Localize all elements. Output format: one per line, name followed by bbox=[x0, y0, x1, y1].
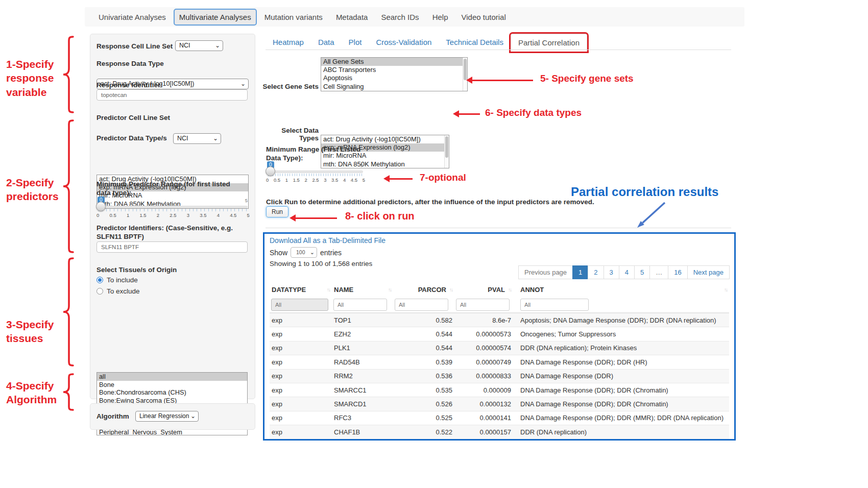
slider-track[interactable] bbox=[98, 206, 248, 208]
sort-icon[interactable]: ↑↓ bbox=[724, 287, 727, 292]
next-page-button[interactable]: Next page bbox=[687, 265, 730, 279]
column-header-parcor[interactable]: PARCOR ↑↓ bbox=[393, 286, 454, 294]
cell-parcor: 0.582 bbox=[393, 316, 454, 324]
chevron-down-icon: ⌄ bbox=[310, 249, 315, 255]
predictor-cell-line-set-value: NCI bbox=[177, 135, 188, 142]
slider-track[interactable] bbox=[267, 170, 363, 173]
arrow-data-types bbox=[455, 113, 480, 115]
tick-label: 2.5 bbox=[312, 177, 319, 183]
chevron-down-icon: ⌄ bbox=[213, 135, 218, 142]
annotation-optional: 7-optional bbox=[420, 172, 466, 183]
annotation-specify-response: 1-Specify response variable bbox=[6, 57, 62, 99]
listbox-option-selected[interactable]: All Gene Sets bbox=[321, 58, 467, 66]
cell-datatype: exp bbox=[270, 400, 332, 408]
page-button-3[interactable]: 3 bbox=[604, 265, 619, 279]
filter-annot-input[interactable] bbox=[520, 299, 589, 311]
arrow-results bbox=[632, 201, 669, 232]
page-button-2[interactable]: 2 bbox=[588, 265, 604, 279]
filter-parcor-input[interactable] bbox=[395, 299, 448, 311]
sort-icon[interactable]: ↑↓ bbox=[449, 287, 452, 292]
min-range-slider[interactable]: 0 5 00.511.522.533.544.55 bbox=[267, 162, 363, 183]
radio-checked-icon bbox=[97, 277, 103, 283]
table-filter-row bbox=[270, 297, 729, 313]
tab-data[interactable]: Data bbox=[311, 34, 342, 52]
column-header-pval[interactable]: PVAL ↑↓ bbox=[454, 286, 513, 294]
listbox-option[interactable]: ABC Transporters bbox=[321, 66, 467, 74]
nav-search-ids[interactable]: Search IDs bbox=[375, 9, 424, 26]
nav-univariate-analyses[interactable]: Univariate Analyses bbox=[93, 9, 172, 26]
tab-cross-validation[interactable]: Cross-Validation bbox=[369, 34, 439, 52]
listbox-option[interactable]: Bone:Chondrosarcoma (CHS) bbox=[97, 388, 247, 397]
page-button-4[interactable]: 4 bbox=[619, 265, 635, 279]
tab-heatmap[interactable]: Heatmap bbox=[266, 34, 311, 52]
algorithm-label: Algorithm bbox=[97, 412, 129, 421]
response-identifier-input[interactable]: topotecan bbox=[97, 89, 248, 101]
min-predictor-range-slider[interactable]: 0 5 00.511.522.533.544.55 bbox=[98, 198, 248, 218]
listbox-option-selected[interactable]: all bbox=[97, 373, 247, 381]
cell-datatype: exp bbox=[270, 386, 332, 394]
table-row: exp PLK1 0.544 0.00000574 DDR (DNA repli… bbox=[270, 341, 729, 355]
filter-name-input[interactable] bbox=[333, 299, 387, 311]
tick-label: 0 bbox=[266, 177, 269, 183]
predictor-identifiers-input[interactable]: SLFN11 BPTF bbox=[97, 241, 248, 253]
nav-mutation-variants[interactable]: Mutation variants bbox=[259, 9, 328, 26]
listbox-option[interactable]: Cell Signaling bbox=[321, 83, 467, 91]
nav-video-tutorial[interactable]: Video tutorial bbox=[455, 9, 511, 26]
run-button[interactable]: Run bbox=[266, 206, 288, 217]
nav-multivariate-analyses[interactable]: Multivariate Analyses bbox=[174, 9, 257, 26]
listbox-option[interactable]: Bone bbox=[97, 381, 247, 389]
min-range-label: Minimum Range (First Listed Data Type): bbox=[266, 145, 371, 163]
tick-label: 5 bbox=[363, 177, 365, 183]
page-button-16[interactable]: 16 bbox=[668, 265, 687, 279]
nav-help[interactable]: Help bbox=[427, 9, 454, 26]
tissue-include-radio[interactable]: To include bbox=[97, 276, 138, 284]
sort-icon[interactable]: ↑↓ bbox=[327, 287, 330, 292]
slider-handle[interactable] bbox=[266, 166, 275, 176]
brace-tissues bbox=[61, 257, 75, 367]
tab-technical-details[interactable]: Technical Details bbox=[439, 34, 511, 52]
column-label: PVAL bbox=[488, 286, 505, 294]
predictor-cell-line-set-select[interactable]: NCI ⌄ bbox=[173, 133, 221, 144]
tissue-exclude-label: To exclude bbox=[107, 287, 140, 295]
response-cell-line-set-select[interactable]: NCI ⌄ bbox=[175, 40, 223, 51]
page-button-1[interactable]: 1 bbox=[572, 265, 588, 279]
sort-icon[interactable]: ↑↓ bbox=[508, 287, 511, 292]
table-header-row: DATATYPE ↑↓ NAME ↑↓ PARCOR ↑↓ PVAL ↑↓ AN… bbox=[270, 283, 729, 297]
response-cell-line-set-value: NCI bbox=[179, 42, 190, 49]
scrollbar-thumb[interactable] bbox=[445, 136, 448, 158]
algorithm-select[interactable]: Linear Regression ⌄ bbox=[135, 411, 199, 422]
download-link[interactable]: Download All as a Tab-Delimited File bbox=[270, 236, 385, 245]
column-header-name[interactable]: NAME ↑↓ bbox=[332, 286, 393, 294]
sort-icon[interactable]: ↑↓ bbox=[388, 287, 391, 292]
tab-partial-correlation[interactable]: Partial Correlation bbox=[511, 34, 587, 52]
slider-handle[interactable] bbox=[96, 202, 106, 211]
entries-label: entries bbox=[320, 249, 342, 257]
table-row: exp RAD54B 0.539 0.00000749 DNA Damage R… bbox=[270, 355, 729, 369]
listbox-option[interactable]: act: Drug Activity (-log10[IC50M]) bbox=[321, 135, 449, 143]
column-header-annot[interactable]: ANNOT ↑↓ bbox=[513, 286, 729, 294]
cell-parcor: 0.525 bbox=[393, 414, 454, 422]
page-ellipsis: … bbox=[649, 265, 668, 279]
column-header-datatype[interactable]: DATATYPE ↑↓ bbox=[270, 286, 332, 294]
tick-label: 5 bbox=[247, 212, 250, 218]
run-instruction: Click Run to determine additional predic… bbox=[266, 198, 594, 207]
table-row: exp EZH2 0.544 0.00000573 Oncogenes; Tum… bbox=[270, 327, 729, 340]
data-types-label: Select Data Types bbox=[262, 127, 319, 142]
page-button-5[interactable]: 5 bbox=[634, 265, 650, 279]
scrollbar[interactable] bbox=[444, 135, 449, 168]
algorithm-value: Linear Regression bbox=[139, 412, 189, 420]
tick-label: 3 bbox=[324, 177, 326, 183]
show-entries-select[interactable]: 100 ⌄ bbox=[291, 247, 317, 258]
listbox-option[interactable]: Apoptosis bbox=[321, 74, 467, 82]
scrollbar[interactable] bbox=[463, 58, 467, 91]
filter-datatype-input[interactable] bbox=[271, 299, 328, 311]
previous-page-button[interactable]: Previous page bbox=[518, 265, 573, 279]
cell-parcor: 0.544 bbox=[393, 330, 454, 338]
cell-datatype: exp bbox=[270, 414, 332, 422]
tissue-exclude-radio[interactable]: To exclude bbox=[97, 287, 140, 295]
nav-metadata[interactable]: Metadata bbox=[330, 9, 374, 26]
cell-pval: 0.00000833 bbox=[454, 372, 513, 380]
filter-pval-input[interactable] bbox=[456, 299, 510, 311]
cell-annot: DDR (DNA replication) bbox=[513, 428, 729, 436]
tab-plot[interactable]: Plot bbox=[342, 34, 369, 52]
